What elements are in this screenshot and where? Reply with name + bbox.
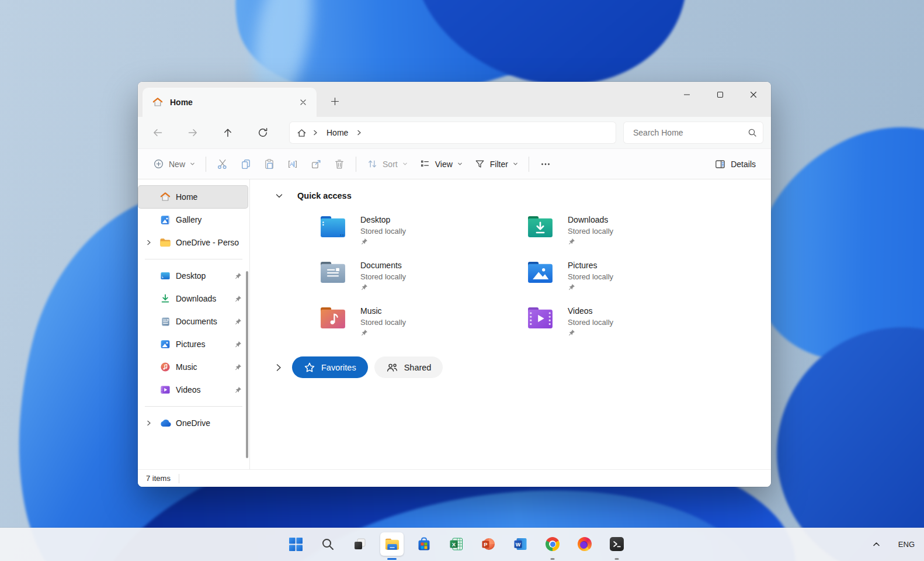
taskbar: X P W ENG <box>0 528 924 561</box>
file-explorer-icon[interactable] <box>380 532 404 556</box>
sidebar-item-pictures[interactable]: Pictures <box>138 333 248 355</box>
sidebar-item-desktop[interactable]: Desktop <box>138 265 248 287</box>
breadcrumb-home-icon[interactable] <box>297 128 307 138</box>
item-status: Stored locally <box>568 272 613 282</box>
chevron-down-icon[interactable] <box>275 192 284 200</box>
section-title[interactable]: Quick access <box>297 191 352 200</box>
titlebar[interactable]: Home <box>138 82 771 117</box>
chevron-right-icon[interactable] <box>143 420 155 426</box>
show-hidden-icons-chevron[interactable] <box>872 540 881 549</box>
quick-access-item-downloads[interactable]: Downloads Stored locally <box>527 214 734 248</box>
taskbar-search-icon[interactable] <box>316 532 339 556</box>
sidebar-item-gallery[interactable]: Gallery <box>138 209 248 231</box>
breadcrumb-segment-home[interactable]: Home <box>324 127 350 138</box>
pictures-icon <box>159 339 172 349</box>
toolbar-separator <box>356 157 356 172</box>
search-box[interactable] <box>624 122 763 143</box>
documents-folder-icon <box>319 261 346 293</box>
svg-text:X: X <box>452 541 456 548</box>
item-name: Documents <box>360 260 406 271</box>
svg-text:P: P <box>484 541 488 548</box>
desktop-icon <box>159 271 172 281</box>
sidebar-item-label: OneDrive <box>176 418 244 428</box>
sidebar-item-downloads[interactable]: Downloads <box>138 288 248 310</box>
sidebar-item-music[interactable]: Music <box>138 356 248 378</box>
start-button-icon[interactable] <box>284 532 307 556</box>
powerpoint-icon[interactable]: P <box>477 532 500 556</box>
quick-access-item-pictures[interactable]: Pictures Stored locally <box>527 260 734 293</box>
refresh-button[interactable] <box>251 122 275 143</box>
pin-icon <box>360 238 368 245</box>
filter-button[interactable]: Filter <box>468 154 524 175</box>
sidebar-item-onedrive-personal[interactable]: OneDrive - Perso <box>138 231 248 254</box>
word-icon[interactable]: W <box>509 532 532 556</box>
home-tab-icon <box>152 96 164 108</box>
favorites-button[interactable]: Favorites <box>292 356 368 378</box>
search-input[interactable] <box>632 127 748 138</box>
new-tab-button[interactable] <box>326 92 343 110</box>
back-button[interactable] <box>146 122 169 143</box>
sidebar-item-onedrive[interactable]: OneDrive <box>138 412 248 434</box>
see-more-icon[interactable] <box>534 154 557 175</box>
task-view-icon[interactable] <box>348 532 371 556</box>
breadcrumb-chevron-icon[interactable] <box>312 130 318 136</box>
quick-access-item-videos[interactable]: Videos Stored locally <box>527 306 734 339</box>
active-app-indicator <box>387 558 397 560</box>
sidebar-item-home[interactable]: Home <box>138 186 248 208</box>
chrome-icon[interactable] <box>541 532 564 556</box>
view-button[interactable]: View <box>414 154 468 175</box>
details-button[interactable]: Details <box>708 154 762 175</box>
delete-icon[interactable] <box>328 154 351 175</box>
onedrive-folder-icon <box>159 237 172 248</box>
breadcrumb-chevron-icon[interactable] <box>356 130 362 136</box>
maximize-button[interactable] <box>703 82 737 108</box>
navigation-pane: Home Gallery OneDrive - Perso <box>138 179 250 469</box>
shared-label: Shared <box>404 363 432 372</box>
pin-icon <box>234 318 242 325</box>
search-icon[interactable] <box>748 128 757 137</box>
microsoft-store-icon[interactable] <box>412 532 436 556</box>
rename-icon[interactable]: A <box>281 154 304 175</box>
pin-icon <box>568 329 575 337</box>
sort-button-label: Sort <box>383 160 398 169</box>
tab-title: Home <box>170 98 193 107</box>
pin-icon <box>234 295 242 303</box>
copy-icon[interactable] <box>234 154 258 175</box>
minimize-button[interactable] <box>670 82 703 108</box>
shared-button[interactable]: Shared <box>374 356 443 378</box>
item-status: Stored locally <box>360 317 406 327</box>
forward-button[interactable] <box>181 122 204 143</box>
item-status: Stored locally <box>360 226 406 236</box>
close-window-button[interactable] <box>737 82 770 108</box>
breadcrumb[interactable]: Home <box>290 122 616 143</box>
file-explorer-window: Home <box>138 82 771 487</box>
language-indicator[interactable]: ENG <box>898 540 915 549</box>
share-icon[interactable] <box>304 154 328 175</box>
sidebar-scrollbar[interactable] <box>246 271 248 458</box>
quick-access-item-music[interactable]: Music Stored locally <box>319 306 527 339</box>
chevron-right-icon[interactable] <box>275 363 283 372</box>
item-name: Downloads <box>568 214 613 225</box>
sidebar-item-videos[interactable]: Videos <box>138 379 248 401</box>
paste-icon[interactable] <box>258 154 281 175</box>
running-app-indicator <box>551 558 555 560</box>
item-status: Stored locally <box>568 226 613 236</box>
new-button[interactable]: New <box>147 154 201 175</box>
details-button-label: Details <box>731 160 756 169</box>
quick-access-item-desktop[interactable]: Desktop Stored locally <box>319 214 527 248</box>
excel-icon[interactable]: X <box>444 532 468 556</box>
statusbar-separator <box>179 474 179 483</box>
taskbar-icons: X P W <box>284 532 628 556</box>
quick-access-item-documents[interactable]: Documents Stored locally <box>319 260 527 293</box>
sort-button[interactable]: Sort <box>361 154 414 175</box>
cut-icon[interactable] <box>211 154 234 175</box>
up-button[interactable] <box>216 122 239 143</box>
chevron-right-icon[interactable] <box>143 240 155 245</box>
taskbar-tray: ENG <box>872 528 915 561</box>
firefox-icon[interactable] <box>573 532 596 556</box>
terminal-icon[interactable] <box>605 532 628 556</box>
tab-close-button[interactable] <box>296 95 311 110</box>
explorer-tab-home[interactable]: Home <box>143 88 317 117</box>
favorites-label: Favorites <box>321 363 356 372</box>
sidebar-item-documents[interactable]: Documents <box>138 310 248 333</box>
